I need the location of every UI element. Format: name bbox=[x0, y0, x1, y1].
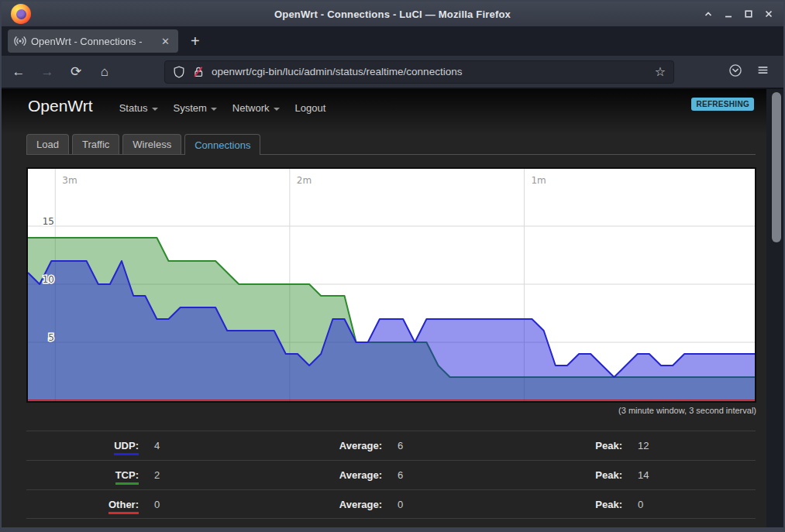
scrollbar-thumb[interactable] bbox=[772, 92, 781, 242]
udp-peak-value: 12 bbox=[622, 440, 756, 451]
insecure-lock-icon[interactable] bbox=[192, 66, 205, 78]
tab-title: OpenWrt - Connections - bbox=[31, 36, 159, 47]
chevron-down-icon bbox=[211, 108, 217, 111]
tab-favicon-icon bbox=[14, 35, 26, 47]
tab-traffic[interactable]: Traffic bbox=[72, 134, 119, 154]
table-row-tcp: TCP: 2 Average: 6 Peak: 14 bbox=[26, 460, 756, 489]
svg-text:15: 15 bbox=[43, 216, 54, 227]
tracking-shield-icon[interactable] bbox=[173, 66, 185, 78]
window-title: OpenWrt - Connections - LuCI — Mozilla F… bbox=[2, 9, 783, 20]
connections-chart-frame: 151053m2m1m bbox=[26, 167, 756, 403]
tab-bar: OpenWrt - Connections - ✕ + bbox=[2, 26, 783, 56]
svg-text:2m: 2m bbox=[297, 175, 312, 186]
menu-network[interactable]: Network bbox=[232, 102, 280, 114]
tcp-average-value: 6 bbox=[382, 469, 568, 481]
udp-value: 4 bbox=[139, 440, 294, 451]
firefox-logo-icon bbox=[11, 4, 31, 24]
menu-status[interactable]: Status bbox=[119, 102, 158, 114]
url-text[interactable]: openwrt/cgi-bin/luci/admin/status/realti… bbox=[212, 66, 649, 77]
window-controls bbox=[701, 7, 776, 21]
udp-average-label: Average: bbox=[294, 440, 382, 451]
udp-peak-label: Peak: bbox=[568, 440, 622, 451]
svg-text:10: 10 bbox=[43, 274, 54, 285]
shade-window-icon[interactable] bbox=[701, 7, 715, 21]
graph-tabs: Load Traffic Wireless Connections bbox=[26, 134, 756, 155]
page-scrollbar[interactable] bbox=[766, 89, 783, 527]
refreshing-badge: REFRESHING bbox=[691, 98, 754, 111]
svg-text:5: 5 bbox=[48, 332, 54, 343]
back-icon[interactable]: ← bbox=[7, 64, 30, 80]
chevron-down-icon bbox=[274, 108, 280, 111]
svg-text:1m: 1m bbox=[531, 175, 546, 186]
pocket-icon[interactable] bbox=[728, 63, 742, 81]
tcp-label: TCP: bbox=[26, 469, 139, 481]
other-average-value: 0 bbox=[382, 499, 568, 510]
reload-icon[interactable]: ⟳ bbox=[64, 63, 88, 80]
close-window-icon[interactable] bbox=[762, 7, 776, 21]
tcp-peak-label: Peak: bbox=[568, 469, 622, 481]
table-row-other: Other: 0 Average: 0 Peak: 0 bbox=[26, 489, 756, 519]
url-bar[interactable]: openwrt/cgi-bin/luci/admin/status/realti… bbox=[164, 60, 674, 84]
menu-logout[interactable]: Logout bbox=[295, 102, 326, 114]
other-peak-label: Peak: bbox=[568, 499, 622, 510]
toolbar-right bbox=[728, 63, 770, 81]
page-viewport: OpenWrt Status System Network Logout REF… bbox=[2, 88, 783, 527]
firefox-window: OpenWrt - Connections - LuCI — Mozilla F… bbox=[0, 0, 785, 532]
svg-text:3m: 3m bbox=[62, 175, 77, 186]
openwrt-brand: OpenWrt bbox=[28, 96, 93, 116]
home-icon[interactable]: ⌂ bbox=[93, 64, 116, 80]
other-peak-value: 0 bbox=[622, 499, 756, 510]
new-tab-button[interactable]: + bbox=[191, 33, 200, 49]
connections-graph: 151053m2m1m bbox=[28, 169, 755, 401]
navigation-toolbar: ← → ⟳ ⌂ openwrt/cgi-bin/luci/admin/statu… bbox=[2, 56, 783, 88]
chevron-down-icon bbox=[152, 108, 158, 111]
udp-average-value: 6 bbox=[382, 440, 568, 451]
browser-tab[interactable]: OpenWrt - Connections - ✕ bbox=[8, 29, 178, 53]
tab-wireless[interactable]: Wireless bbox=[122, 134, 181, 154]
tcp-peak-value: 14 bbox=[622, 469, 756, 481]
other-value: 0 bbox=[139, 499, 294, 510]
tab-load[interactable]: Load bbox=[26, 134, 69, 154]
table-row-udp: UDP: 4 Average: 6 Peak: 12 bbox=[26, 431, 756, 460]
luci-header: OpenWrt Status System Network Logout bbox=[2, 89, 783, 134]
chart-caption: (3 minute window, 3 second interval) bbox=[26, 406, 756, 415]
minimize-window-icon[interactable] bbox=[721, 7, 735, 21]
other-average-label: Average: bbox=[294, 499, 382, 510]
hamburger-menu-icon[interactable] bbox=[756, 63, 770, 80]
tcp-value: 2 bbox=[139, 469, 294, 481]
other-label: Other: bbox=[26, 499, 139, 510]
maximize-window-icon[interactable] bbox=[742, 7, 756, 21]
menu-system[interactable]: System bbox=[174, 102, 217, 114]
tcp-average-label: Average: bbox=[294, 469, 382, 481]
tab-close-icon[interactable]: ✕ bbox=[159, 36, 172, 47]
titlebar: OpenWrt - Connections - LuCI — Mozilla F… bbox=[2, 2, 783, 26]
udp-label: UDP: bbox=[26, 440, 139, 451]
connections-table: UDP: 4 Average: 6 Peak: 12 TCP: 2 Averag… bbox=[26, 431, 756, 519]
tab-connections[interactable]: Connections bbox=[184, 134, 260, 155]
bookmark-star-icon[interactable]: ☆ bbox=[655, 64, 666, 79]
forward-icon[interactable]: → bbox=[36, 64, 59, 80]
